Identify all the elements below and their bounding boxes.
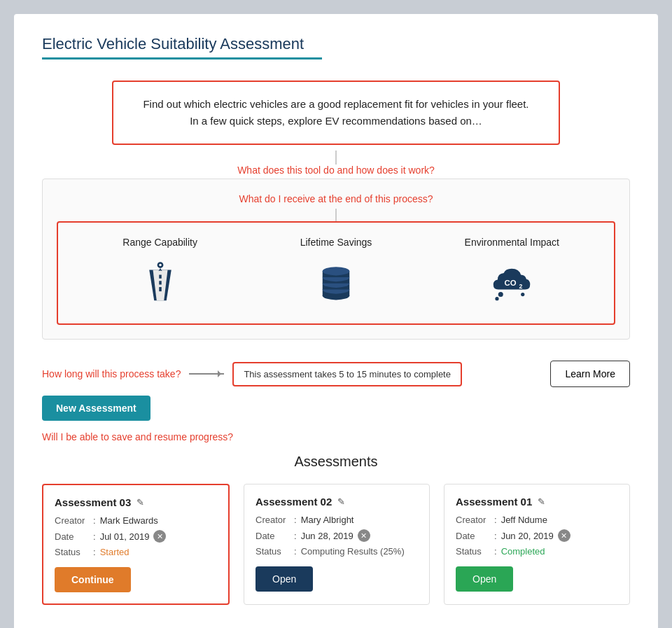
card-title-03: Assessment 03 bbox=[55, 496, 131, 508]
card-header-01: Assessment 01 ✎ bbox=[456, 496, 618, 508]
card-creator-label-01: Creator bbox=[456, 515, 494, 525]
card-creator-label-02: Creator bbox=[255, 515, 294, 525]
svg-point-6 bbox=[159, 264, 162, 267]
action-row: How long will this process take? This as… bbox=[42, 361, 630, 421]
savings-icon bbox=[248, 258, 424, 309]
card-creator-01: Creator : Jeff Ndume bbox=[456, 515, 618, 525]
card-creator-03: Creator : Mark Edwards bbox=[55, 515, 217, 526]
delete-icon-01[interactable]: ✕ bbox=[558, 529, 570, 542]
assessment-card-01: Assessment 01 ✎ Creator : Jeff Ndume Dat… bbox=[444, 484, 630, 605]
card-creator-value-02: Mary Albright bbox=[301, 515, 354, 525]
assessments-title: Assessments bbox=[42, 454, 630, 470]
benefit-env: Environmental Impact CO 2 bbox=[424, 237, 600, 309]
card-creator-02: Creator : Mary Albright bbox=[255, 515, 418, 525]
continue-button-03[interactable]: Continue bbox=[55, 567, 131, 592]
card-date-value-01: Jun 20, 2019 bbox=[501, 531, 554, 541]
card-header-03: Assessment 03 ✎ bbox=[55, 496, 217, 508]
benefit-env-title: Environmental Impact bbox=[424, 237, 600, 248]
edit-icon-01[interactable]: ✎ bbox=[538, 496, 545, 507]
card-date-01: Date : Jun 20, 2019 ✕ bbox=[456, 529, 618, 542]
card-actions-01: Open bbox=[456, 566, 618, 592]
card-status-label-01: Status bbox=[456, 546, 494, 557]
card-date-03: Date : Jul 01, 2019 ✕ bbox=[55, 530, 217, 543]
card-date-label-03: Date bbox=[55, 531, 93, 542]
svg-point-18 bbox=[498, 292, 503, 297]
card-creator-value-01: Jeff Ndume bbox=[501, 515, 547, 525]
benefits-box: Range Capability bbox=[57, 221, 615, 325]
faq-link-3[interactable]: How long will this process take? bbox=[42, 368, 181, 379]
connector-intro bbox=[335, 151, 337, 165]
co2-icon: CO 2 bbox=[424, 258, 600, 309]
info-panel: What do I receive at the end of this pro… bbox=[42, 179, 630, 340]
open-button-02[interactable]: Open bbox=[255, 566, 313, 592]
assessment-card-02: Assessment 02 ✎ Creator : Mary Albright … bbox=[244, 484, 430, 605]
svg-rect-3 bbox=[159, 281, 162, 284]
card-date-label-01: Date bbox=[456, 531, 494, 541]
card-date-value-03: Jul 01, 2019 bbox=[100, 531, 150, 542]
faq-link-1[interactable]: What does this tool do and how does it w… bbox=[42, 165, 630, 176]
time-box: This assessment takes 5 to 15 minutes to… bbox=[232, 362, 462, 386]
card-status-03: Status : Started bbox=[55, 547, 217, 557]
intro-line2: In a few quick steps, explore EV recomme… bbox=[141, 113, 531, 130]
card-status-value-02: Computing Results (25%) bbox=[301, 546, 405, 557]
faq-link-2[interactable]: What do I receive at the end of this pro… bbox=[57, 193, 615, 204]
open-button-01[interactable]: Open bbox=[456, 566, 513, 592]
connector-faq2 bbox=[335, 209, 337, 221]
edit-icon-02[interactable]: ✎ bbox=[337, 496, 345, 507]
card-date-02: Date : Jun 28, 2019 ✕ bbox=[255, 529, 418, 542]
card-creator-value-03: Mark Edwards bbox=[100, 515, 158, 526]
svg-point-20 bbox=[521, 293, 524, 296]
assessment-card-03: Assessment 03 ✎ Creator : Mark Edwards D… bbox=[42, 484, 230, 605]
svg-text:2: 2 bbox=[519, 283, 523, 290]
intro-box: Find out which electric vehicles are a g… bbox=[112, 81, 560, 145]
card-status-02: Status : Computing Results (25%) bbox=[255, 546, 418, 557]
svg-rect-2 bbox=[159, 275, 162, 279]
card-status-label-02: Status bbox=[255, 546, 294, 557]
svg-point-15 bbox=[323, 267, 350, 275]
svg-rect-4 bbox=[159, 287, 162, 291]
benefit-savings-title: Lifetime Savings bbox=[248, 237, 424, 248]
arrow-connector bbox=[189, 373, 224, 375]
svg-text:CO: CO bbox=[505, 279, 517, 287]
road-icon bbox=[72, 258, 248, 309]
card-status-value-01: Completed bbox=[501, 546, 545, 557]
intro-line1: Find out which electric vehicles are a g… bbox=[141, 96, 531, 113]
card-actions-03: Continue bbox=[55, 567, 217, 592]
learn-more-button[interactable]: Learn More bbox=[550, 361, 630, 387]
card-status-01: Status : Completed bbox=[456, 546, 618, 557]
assessments-grid: Assessment 03 ✎ Creator : Mark Edwards D… bbox=[42, 484, 630, 605]
main-container: Electric Vehicle Suitability Assessment … bbox=[14, 14, 658, 628]
card-title-01: Assessment 01 bbox=[456, 496, 532, 508]
card-status-value-03: Started bbox=[100, 547, 130, 557]
new-assessment-button[interactable]: New Assessment bbox=[42, 396, 150, 421]
card-date-label-02: Date bbox=[255, 531, 294, 541]
card-date-value-02: Jun 28, 2019 bbox=[301, 531, 354, 541]
card-title-02: Assessment 02 bbox=[255, 496, 332, 508]
benefit-range-title: Range Capability bbox=[72, 237, 248, 248]
delete-icon-02[interactable]: ✕ bbox=[358, 529, 370, 542]
card-status-label-03: Status bbox=[55, 547, 93, 557]
benefit-savings: Lifetime Savings bbox=[248, 237, 424, 309]
delete-icon-03[interactable]: ✕ bbox=[153, 530, 166, 543]
card-actions-02: Open bbox=[255, 566, 418, 592]
faq-link-4[interactable]: Will I be able to save and resume progre… bbox=[42, 431, 233, 442]
page-title: Electric Vehicle Suitability Assessment bbox=[42, 35, 630, 53]
edit-icon-03[interactable]: ✎ bbox=[136, 497, 144, 508]
card-creator-label-03: Creator bbox=[55, 515, 93, 526]
benefit-range: Range Capability bbox=[72, 237, 248, 309]
svg-point-19 bbox=[496, 297, 499, 300]
title-underline bbox=[42, 57, 322, 60]
card-header-02: Assessment 02 ✎ bbox=[255, 496, 418, 508]
